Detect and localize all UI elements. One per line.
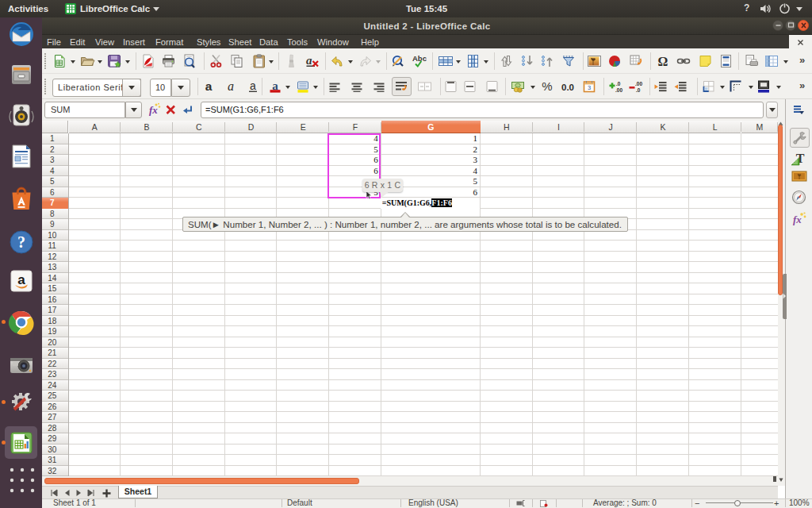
- svg-text:.00: .00: [635, 81, 642, 87]
- svg-text:0.0: 0.0: [561, 83, 574, 92]
- svg-text:?: ?: [17, 233, 25, 251]
- svg-text:3: 3: [588, 84, 591, 91]
- svg-text:a: a: [228, 79, 234, 93]
- svg-text:Abc: Abc: [412, 54, 427, 63]
- svg-text:Ω: Ω: [658, 55, 668, 68]
- svg-text:.0: .0: [636, 87, 641, 93]
- svg-text:a: a: [205, 79, 213, 93]
- svg-text:a: a: [306, 54, 312, 67]
- svg-text:.0: .0: [616, 81, 621, 87]
- svg-text:%: %: [542, 79, 552, 93]
- svg-text:a: a: [17, 272, 25, 287]
- svg-text:a: a: [272, 79, 278, 92]
- svg-text:.00: .00: [615, 87, 622, 93]
- svg-text:a: a: [250, 79, 256, 92]
- svg-text:fx: fx: [793, 214, 802, 225]
